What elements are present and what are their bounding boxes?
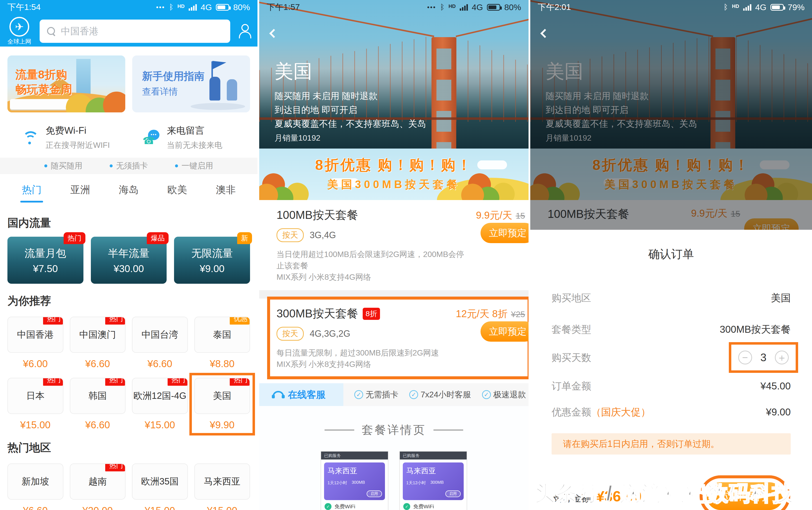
network-type: 4G <box>755 2 766 12</box>
check-icon: ✓ <box>482 390 491 399</box>
country-price: ¥9.90 <box>194 419 250 430</box>
quantity-stepper-highlighted: − 3 ＋ <box>736 349 791 365</box>
country-price: ¥6.00 <box>7 358 63 369</box>
country-cell-singapore[interactable]: 新加坡 ¥6.60 <box>7 463 63 510</box>
account-icon[interactable] <box>238 24 251 39</box>
promo-banner-golden-week[interactable]: 流量8折购 畅玩黄金周 <box>7 55 125 112</box>
country-cell-usa-highlighted[interactable]: 热门美国 ¥9.90 <box>194 378 250 430</box>
discount-banner-line1: 8折优惠 购！购！购！ <box>259 155 528 175</box>
service-bar: 在线客服 ✓无需插卡 ✓7x24小时客服 ✓极速退款 <box>259 383 528 406</box>
country-price: ¥15.00 <box>132 419 188 430</box>
status-icons: ᛒ HD 4G 79% <box>724 2 805 12</box>
search-input[interactable]: 中国香港 <box>39 20 230 43</box>
battery-icon <box>487 4 500 11</box>
country-cell-europe35[interactable]: 欧洲35国 ¥15.00 <box>132 463 188 510</box>
bullet-icon <box>44 164 47 167</box>
promo-banner-beginner-guide[interactable]: 新手使用指南 查看详情 <box>132 55 250 112</box>
thumb-header: 已购服务 <box>400 452 467 459</box>
country-cell-japan[interactable]: 热门日本 ¥15.00 <box>7 378 63 430</box>
home-screen: 下午1:54 ••• ᛒ HD 4G 80% ✈ 全球上网 <box>0 0 258 510</box>
app-logo[interactable]: ✈ 全球上网 <box>5 17 33 46</box>
watermark: 头条号 / 娴滴粑粑数码科技 <box>534 479 794 508</box>
thumb-enable-button: 启用 <box>367 490 382 497</box>
badge-hot: 热门 <box>105 463 125 471</box>
badge-hot: 热门 <box>43 378 63 386</box>
tab-islands[interactable]: 海岛 <box>119 183 139 202</box>
badge-20-percent-off: 8折 <box>363 308 380 320</box>
country-cell-taiwan[interactable]: 中国台湾 ¥6.60 <box>132 317 188 369</box>
dim-overlay <box>530 148 812 200</box>
country-cell-hongkong[interactable]: 热门中国香港 ¥6.00 <box>7 317 63 369</box>
modal-title: 确认订单 <box>552 247 791 262</box>
feature-label: 随买随用 <box>51 161 82 171</box>
wifi-badge-icon: ✓ <box>403 503 410 510</box>
banner-guide-link: 查看详情 <box>142 86 178 98</box>
plan-price: 9.9元/天 <box>476 208 512 222</box>
country-cell-thailand[interactable]: 优惠泰国 ¥8.80 <box>194 317 250 369</box>
screenshot-collage: 下午1:54 ••• ᛒ HD 4G 80% ✈ 全球上网 <box>0 0 812 510</box>
country-price: ¥15.00 <box>194 505 250 510</box>
country-cell-vietnam[interactable]: 热门越南 ¥20.00 <box>70 463 126 510</box>
discount-banner[interactable]: 8折优惠 购！购！购！ 美国300MB按天套餐 <box>259 148 528 200</box>
tab-hot[interactable]: 热门 <box>22 183 41 202</box>
wifi-subtitle: 正在搜寻附近WIFI <box>46 140 110 151</box>
bullet-icon <box>110 164 113 167</box>
tab-asia[interactable]: 亚洲 <box>70 183 90 202</box>
plus-button[interactable]: ＋ <box>775 350 789 364</box>
plan-old-price: 15 <box>516 211 525 221</box>
country-price: ¥6.60 <box>70 419 126 430</box>
plan-name: 300MB按天套餐 <box>277 306 358 321</box>
book-now-button[interactable]: 立即预定 <box>481 321 528 342</box>
order-confirm-screen: 下午2:01 ᛒ HD 4G 79% 美国 随买随用 未启用 随时退款 到达目的… <box>530 0 812 510</box>
network-support: 4G,3G,2G <box>310 329 350 339</box>
country-cell-malaysia[interactable]: 马来西亚 ¥15.00 <box>194 463 250 510</box>
plane-icon: ✈ <box>9 17 29 37</box>
network-type: 4G <box>201 2 212 12</box>
battery-percent: 80% <box>233 2 250 12</box>
app-logo-label: 全球上网 <box>5 38 33 46</box>
battery-icon <box>771 4 784 11</box>
country-cell-macau[interactable]: 热门中国澳门 ¥6.60 <box>70 317 126 369</box>
banner-promo-text: 流量8折购 畅玩黄金周 <box>16 67 72 97</box>
notification-dots-icon: ••• <box>427 3 436 11</box>
tab-oceania-africa[interactable]: 澳非 <box>216 183 236 202</box>
plan-row-100mb-dimmed: 100MB按天套餐 9.9元/天 15 立即预定 <box>530 200 812 230</box>
hiker-graphic <box>227 79 237 101</box>
app-header: 下午1:54 ••• ᛒ HD 4G 80% ✈ 全球上网 <box>0 0 258 47</box>
wifi-icon <box>21 130 39 146</box>
bluetooth-icon: ᛒ <box>440 3 445 11</box>
country-price: ¥15.00 <box>132 505 188 510</box>
status-bar: 下午1:57 ••• ᛒ HD 4G 80% <box>259 0 528 15</box>
plan-row-300mb-highlighted[interactable]: 300MB按天套餐 8折 按天 4G,3G,2G 每日流量无限制，超过300MB… <box>269 299 528 377</box>
thumb-enable-button: 启用 <box>445 490 461 497</box>
battery-percent: 80% <box>504 2 521 12</box>
badge-hot: 热门 <box>64 232 85 244</box>
section-heading-regions: 热门地区 <box>7 441 250 455</box>
plan-detail-section: 套餐详情页 已购服务 马来西亚 1天12小时 300MB 启用 ✓免费WiFi <box>259 406 528 510</box>
service-feature: 极速退款 <box>493 389 526 400</box>
plan-description: 当日使用超过100MB后会限速到2G网速，200MB会停止该套餐 MIX系列 小… <box>277 249 464 283</box>
plan-description: 每日流量无限制，超过300MB后限速到2G网速 MIX系列 小米8支持4G网络 <box>277 347 464 370</box>
free-wifi-entry[interactable]: 免费Wi-Fi 正在搜寻附近WIFI <box>7 124 129 151</box>
book-now-button[interactable]: 立即预定 <box>481 223 528 243</box>
domestic-card[interactable]: 热门 流量月包 ¥7.50 <box>7 237 83 284</box>
plan-row-100mb[interactable]: 100MB按天套餐 按天 3G,4G 当日使用超过100MB后会限速到2G网速，… <box>259 200 528 290</box>
per-day-tag: 按天 <box>277 228 304 242</box>
domestic-card[interactable]: 新 无限流量 ¥9.00 <box>174 237 250 284</box>
tab-europe-america[interactable]: 欧美 <box>167 183 187 202</box>
thumb-plan-card: 马来西亚 1天12小时 300MB 启用 <box>324 462 385 500</box>
feature-strip: 随买随用 无须插卡 一键启用 <box>0 158 258 174</box>
country-cell-europe12[interactable]: 热门欧洲12国-4G ¥15.00 <box>132 378 188 430</box>
thumb-header: 已购服务 <box>321 452 388 459</box>
minus-button[interactable]: − <box>738 350 752 364</box>
country-price: ¥6.60 <box>70 358 126 369</box>
order-row-amount: 订单金额 ¥45.00 <box>552 379 791 393</box>
banner-bush-graphic <box>103 92 125 112</box>
badge-discount: 优惠 <box>230 317 250 324</box>
domestic-card[interactable]: 爆品 半年流量 ¥30.00 <box>91 237 167 284</box>
notification-dots-icon: ••• <box>156 3 165 11</box>
badge-hot: 热门 <box>105 378 125 386</box>
online-customer-service[interactable]: 在线客服 <box>259 383 343 406</box>
voicemail-entry[interactable]: ••• ☎ 来电留言 当前无未接来电 <box>129 124 250 151</box>
country-cell-korea[interactable]: 热门韩国 ¥6.60 <box>70 378 126 430</box>
